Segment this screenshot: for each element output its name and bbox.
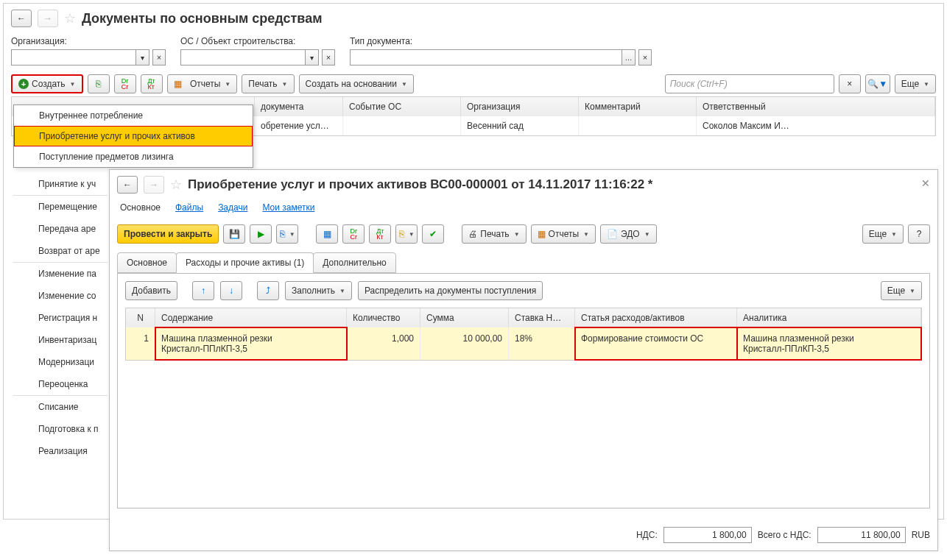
create-based-button[interactable]: Создать на основании▼ <box>299 74 414 93</box>
inner-drcr-button[interactable]: DrCr <box>342 224 365 244</box>
page-title: Документы по основным средствам <box>82 11 323 26</box>
cell-analytics[interactable]: Машина плазменной резки Кристалл-ППлКП-3… <box>737 327 921 360</box>
col-rate: Ставка Н… <box>509 308 575 327</box>
link-tasks[interactable]: Задачи <box>218 202 247 213</box>
link-button[interactable]: ⎘▼ <box>395 224 418 244</box>
dtkt-button[interactable]: ДтКт <box>141 74 163 93</box>
col-event: Событие ОС <box>343 97 461 116</box>
more-button[interactable]: Еще▼ <box>895 74 936 93</box>
favorite-icon[interactable]: ☆ <box>64 10 76 26</box>
org-label: Организация: <box>11 36 166 46</box>
col-analytics: Аналитика <box>737 308 921 327</box>
col-doc-type: документа <box>255 97 343 116</box>
cell-article[interactable]: Формирование стоимости ОС <box>575 327 737 360</box>
post-button[interactable]: ▶ <box>250 224 272 244</box>
dd-item-highlighted[interactable]: Приобретение услуг и прочих активов <box>14 126 253 146</box>
cell-sum[interactable]: 10 000,00 <box>420 327 509 360</box>
cell-rate[interactable]: 18% <box>509 327 575 360</box>
inner-back-button[interactable]: ← <box>117 176 138 194</box>
side-item[interactable]: Изменение па <box>13 263 108 285</box>
os-input[interactable] <box>180 49 306 65</box>
print-button[interactable]: Печать▼ <box>242 74 294 93</box>
col-org: Организация <box>461 97 579 116</box>
search-clear-button[interactable]: × <box>839 74 861 93</box>
distribute-button[interactable]: Распределить на документы поступления <box>358 281 543 300</box>
copy-button[interactable]: ⎘ <box>88 74 110 93</box>
cell-org: Весенний сад <box>461 116 579 135</box>
sidebar-menu-truncated: Принятие к уч Перемещение Передача аре В… <box>13 173 108 462</box>
plus-icon: + <box>18 79 29 89</box>
side-item[interactable]: Инвентаризац <box>13 329 108 351</box>
cell-content[interactable]: Машина плазменной резки Кристалл-ППлКП-3… <box>155 327 347 360</box>
side-item[interactable]: Подготовка к п <box>13 418 108 440</box>
reports-button[interactable]: ▦ Отчеты▼ <box>167 74 238 93</box>
back-button[interactable]: ← <box>11 10 32 27</box>
inner-reports-button[interactable]: ▦ Отчеты▼ <box>531 224 596 244</box>
os-clear-btn[interactable]: × <box>322 49 335 65</box>
tab-main[interactable]: Основное <box>117 252 177 273</box>
type-label: Тип документа: <box>350 36 652 46</box>
type-clear-btn[interactable]: × <box>638 49 652 65</box>
inner-more-button[interactable]: Еще▼ <box>862 224 904 244</box>
move-up-button[interactable]: ↑ <box>192 281 214 300</box>
create-dropdown: Внутреннее потребление Приобретение услу… <box>13 104 253 168</box>
col-sum: Сумма <box>420 308 509 327</box>
inner-favorite-icon[interactable]: ☆ <box>170 177 182 193</box>
org-dropdown-btn[interactable]: ▾ <box>136 49 149 65</box>
inner-dtkt-button[interactable]: ДтКт <box>369 224 391 244</box>
tab-extra[interactable]: Дополнительно <box>313 252 395 273</box>
org-clear-btn[interactable]: × <box>152 49 166 65</box>
os-dropdown-btn[interactable]: ▾ <box>306 49 319 65</box>
help-button[interactable]: ? <box>908 224 930 244</box>
add-button[interactable]: Добавить <box>125 281 177 300</box>
side-item[interactable]: Возврат от аре <box>13 240 108 262</box>
search-input[interactable]: Поиск (Ctrl+F) <box>665 74 834 93</box>
link-main[interactable]: Основное <box>120 202 161 213</box>
fill-button[interactable]: Заполнить▼ <box>285 281 352 300</box>
close-icon[interactable]: ✕ <box>921 177 930 189</box>
side-item[interactable]: Модернизаци <box>13 351 108 373</box>
col-resp: Ответственный <box>697 97 935 116</box>
doc-title: Приобретение услуг и прочих активов ВС00… <box>188 177 653 192</box>
col-content: Содержание <box>155 308 347 327</box>
forward-button[interactable]: → <box>38 10 58 27</box>
col-article: Статья расходов/активов <box>575 308 737 327</box>
col-n: N <box>126 308 155 327</box>
save-button[interactable]: 💾 <box>223 224 245 244</box>
side-item[interactable]: Переоценка <box>13 373 108 395</box>
search-button[interactable]: 🔍▼ <box>865 74 890 93</box>
type-dropdown-btn[interactable]: … <box>622 49 636 65</box>
inner-print-button[interactable]: 🖨 Печать▼ <box>462 224 526 244</box>
side-item[interactable]: Списание <box>13 396 108 418</box>
type-input[interactable] <box>350 49 622 65</box>
side-item[interactable]: Регистрация н <box>13 307 108 329</box>
col-comment: Комментарий <box>579 97 697 116</box>
dd-item[interactable]: Поступление предметов лизинга <box>14 146 253 167</box>
side-item[interactable]: Реализация <box>13 440 108 462</box>
document-window: ✕ ← → ☆ Приобретение услуг и прочих акти… <box>109 169 938 522</box>
cell-doc-type: обретение усл… <box>255 116 343 135</box>
check-button[interactable]: ✔ <box>422 224 444 244</box>
distribute-icon-button[interactable]: ⤴ <box>257 281 279 300</box>
create-based-button[interactable]: ⎘▼ <box>276 224 298 244</box>
side-item[interactable]: Принятие к уч <box>13 173 108 195</box>
move-down-button[interactable]: ↓ <box>220 281 242 300</box>
create-button[interactable]: + Создать ▼ <box>11 74 83 93</box>
tab-more-button[interactable]: Еще▼ <box>881 281 922 300</box>
post-and-close-button[interactable]: Провести и закрыть <box>117 224 219 244</box>
cell-n: 1 <box>126 327 155 360</box>
side-item[interactable]: Изменение со <box>13 285 108 307</box>
link-notes[interactable]: Мои заметки <box>262 202 314 213</box>
drcr-button[interactable]: DrCr <box>114 74 136 93</box>
inner-forward-button[interactable]: → <box>144 176 164 194</box>
link-files[interactable]: Файлы <box>175 202 203 213</box>
table-row[interactable]: 1 Машина плазменной резки Кристалл-ППлКП… <box>126 327 921 360</box>
cell-qty[interactable]: 1,000 <box>347 327 420 360</box>
edo-button[interactable]: 📄 ЭДО▼ <box>600 224 657 244</box>
dd-item[interactable]: Внутреннее потребление <box>14 105 253 126</box>
side-item[interactable]: Перемещение <box>13 196 108 218</box>
attach-button[interactable]: ▦ <box>316 224 338 244</box>
side-item[interactable]: Передача аре <box>13 218 108 240</box>
tab-expenses[interactable]: Расходы и прочие активы (1) <box>176 252 314 273</box>
org-input[interactable] <box>11 49 136 65</box>
